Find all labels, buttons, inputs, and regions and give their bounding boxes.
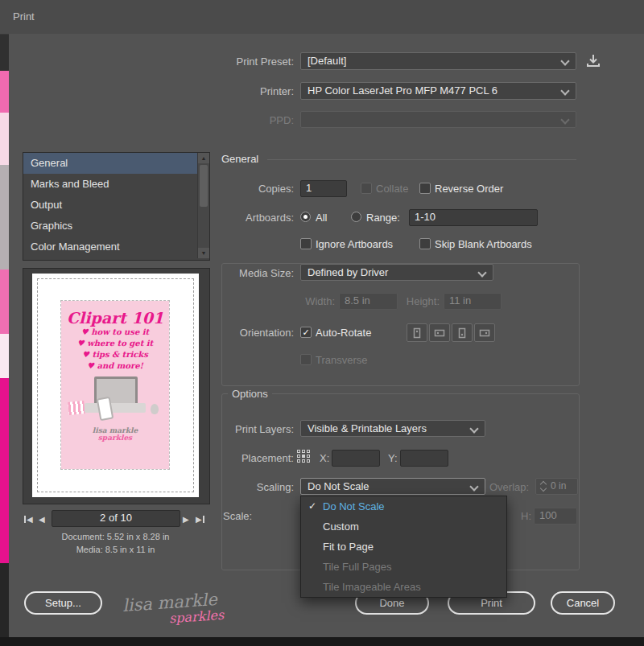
artboard-preview: Clipart 101 ♥ how to use it ♥ where to g… bbox=[61, 301, 169, 469]
radio-dot bbox=[303, 215, 308, 219]
menu-item-do-not-scale[interactable]: ✓ Do Not Scale bbox=[301, 496, 506, 516]
media-groupbox bbox=[221, 263, 580, 386]
print-preset-label: Print Preset: bbox=[193, 56, 294, 68]
page-indicator-field[interactable]: 2 of 10 bbox=[52, 510, 180, 527]
ppd-dropdown bbox=[300, 111, 576, 128]
grid-cell[interactable] bbox=[297, 459, 300, 463]
scaling-value: Do Not Scale bbox=[301, 479, 485, 495]
general-section-header: General bbox=[221, 153, 258, 166]
download-icon bbox=[585, 54, 601, 68]
grid-cell[interactable] bbox=[307, 450, 310, 453]
orientation-portrait-button bbox=[407, 323, 427, 342]
auto-rotate-checkbox[interactable]: ✓ bbox=[300, 327, 312, 338]
media-size-dropdown[interactable]: Defined by Driver bbox=[300, 264, 493, 281]
media-size-info: Media: 8.5 in x 11 in bbox=[23, 545, 208, 554]
menu-item-label: Do Not Scale bbox=[323, 500, 385, 512]
flyer-line: ♥ and more! bbox=[61, 360, 169, 372]
laptop-graphic bbox=[61, 376, 169, 423]
placement-reference-grid[interactable] bbox=[297, 450, 310, 463]
save-preset-button[interactable] bbox=[585, 54, 601, 68]
menu-item-tile-full-pages: Tile Full Pages bbox=[301, 557, 506, 577]
copies-field[interactable]: 1 bbox=[300, 180, 347, 197]
first-page-icon bbox=[24, 516, 26, 523]
canvas-strip bbox=[0, 334, 9, 378]
last-page-icon bbox=[203, 516, 204, 523]
placement-x-field[interactable] bbox=[332, 450, 380, 467]
scroll-up-icon[interactable]: ▲ bbox=[198, 153, 209, 163]
scaling-menu: ✓ Do Not Scale Custom Fit to Page Tile F… bbox=[300, 496, 507, 598]
grid-cell[interactable] bbox=[307, 455, 310, 458]
next-icon: ▶ bbox=[196, 515, 202, 524]
placement-y-label: Y: bbox=[388, 452, 398, 465]
section-item-general[interactable]: General bbox=[23, 153, 197, 174]
ignore-artboards-checkbox[interactable] bbox=[300, 238, 312, 249]
stepper-down-icon bbox=[540, 485, 547, 492]
dialog-titlebar: Print bbox=[0, 0, 644, 35]
scale-h-field: 100 bbox=[534, 508, 577, 525]
reverse-order-checkbox[interactable] bbox=[419, 183, 431, 194]
grid-cell[interactable] bbox=[307, 459, 310, 463]
canvas-strip bbox=[0, 563, 9, 646]
print-dialog-screen: Print Print Preset: [Default] Printer: H… bbox=[0, 0, 644, 646]
laptop-keyboard-graphic bbox=[85, 403, 146, 413]
artboards-all-radio[interactable] bbox=[300, 212, 311, 222]
artboards-range-label: Range: bbox=[366, 212, 400, 224]
section-item-marks-and-bleed[interactable]: Marks and Bleed bbox=[23, 174, 197, 195]
landscape-icon bbox=[433, 327, 446, 339]
setup-button[interactable]: Setup... bbox=[24, 591, 102, 615]
printer-dropdown[interactable]: HP Color LaserJet Pro MFP M477 PCL 6 bbox=[300, 82, 576, 100]
scaling-dropdown[interactable]: Do Not Scale bbox=[300, 478, 485, 495]
canvas-strip bbox=[0, 378, 9, 563]
grid-cell[interactable] bbox=[302, 459, 305, 463]
artboards-all-label: All bbox=[316, 212, 327, 224]
screen-bottom-edge bbox=[0, 637, 644, 646]
section-item-color-management[interactable]: Color Management bbox=[23, 237, 197, 257]
canvas-strip bbox=[0, 71, 9, 113]
document-size-info: Document: 5.52 in x 8.28 in bbox=[23, 532, 208, 541]
print-preset-dropdown[interactable]: [Default] bbox=[300, 52, 576, 70]
overlap-value: 0 in bbox=[551, 479, 566, 494]
menu-item-tile-imageable-areas: Tile Imageable Areas bbox=[301, 577, 506, 597]
transverse-checkbox bbox=[300, 354, 312, 365]
flyer-line: ♥ where to get it bbox=[61, 338, 169, 349]
height-field: 11 in bbox=[444, 293, 502, 310]
canvas-strip bbox=[0, 270, 9, 334]
grid-cell[interactable] bbox=[297, 455, 300, 458]
previous-page-button[interactable]: ◀ bbox=[39, 511, 45, 527]
notebook-graphic bbox=[68, 401, 85, 415]
range-field[interactable]: 1-10 bbox=[409, 209, 538, 226]
first-page-button[interactable]: ◀ bbox=[24, 511, 33, 527]
prev-icon: ◀ bbox=[27, 515, 33, 524]
skip-blank-artboards-label: Skip Blank Artboards bbox=[435, 238, 532, 251]
next-icon: ▶ bbox=[183, 515, 189, 524]
scale-h-label: H: bbox=[521, 510, 531, 523]
width-label: Width: bbox=[274, 295, 335, 308]
cancel-button[interactable]: Cancel bbox=[551, 591, 615, 615]
canvas-strip bbox=[0, 165, 9, 270]
next-page-button[interactable]: ▶ bbox=[183, 511, 189, 527]
orientation-landscape-reverse-button bbox=[474, 323, 495, 342]
menu-item-fit-to-page[interactable]: Fit to Page bbox=[301, 537, 506, 557]
grid-cell-selected[interactable] bbox=[302, 455, 305, 458]
list-scrollbar[interactable]: ▲ ▼ bbox=[197, 153, 209, 258]
grid-cell[interactable] bbox=[297, 450, 300, 453]
width-field: 8.5 in bbox=[339, 293, 398, 310]
print-layers-dropdown[interactable]: Visible & Printable Layers bbox=[300, 420, 485, 437]
flyer-brand: sparkles bbox=[61, 434, 169, 442]
ignore-artboards-label: Ignore Artboards bbox=[316, 238, 393, 251]
skip-blank-artboards-checkbox[interactable] bbox=[419, 238, 431, 249]
printer-value: HP Color LaserJet Pro MFP M477 PCL 6 bbox=[301, 83, 576, 99]
artboards-label: Artboards: bbox=[205, 212, 294, 224]
scale-label: Scale: bbox=[223, 510, 252, 523]
artboards-range-radio[interactable] bbox=[351, 212, 361, 222]
overlap-stepper: 0 in bbox=[535, 478, 578, 495]
section-item-output[interactable]: Output bbox=[23, 195, 197, 216]
section-item-graphics[interactable]: Graphics bbox=[23, 216, 197, 237]
placement-y-field[interactable] bbox=[400, 450, 448, 467]
menu-item-custom[interactable]: Custom bbox=[301, 516, 506, 537]
last-page-button[interactable]: ▶ bbox=[196, 511, 204, 527]
canvas-strip bbox=[0, 113, 9, 165]
header-rule bbox=[267, 159, 576, 160]
scroll-down-icon[interactable]: ▼ bbox=[198, 248, 209, 258]
grid-cell[interactable] bbox=[302, 450, 305, 453]
